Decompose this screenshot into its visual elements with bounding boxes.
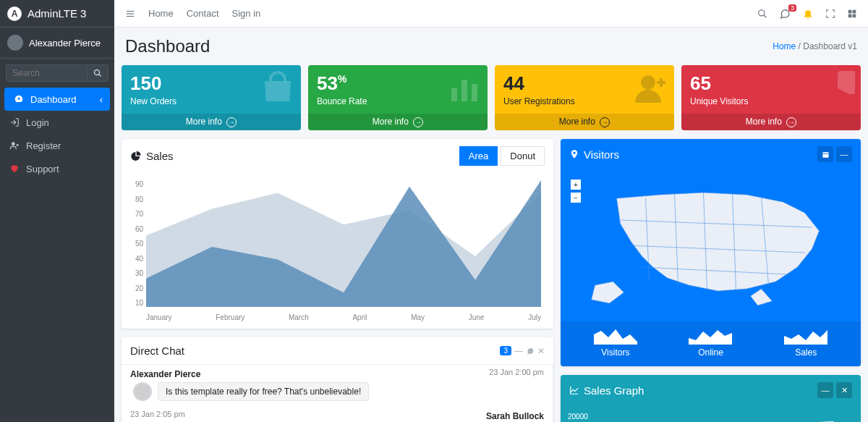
sparkline-visitors: Visitors	[594, 327, 637, 358]
bag-icon	[260, 71, 295, 106]
user-add-icon	[634, 71, 668, 106]
sparkline-online: Online	[689, 327, 732, 358]
svg-point-2	[12, 142, 15, 145]
user-panel[interactable]: Alexander Pierce	[0, 28, 114, 59]
arrow-right-icon: →	[413, 117, 423, 127]
gauge-icon	[13, 93, 25, 105]
chat-msg-text: Is this template really for free? That's…	[158, 382, 369, 401]
stat-more-link[interactable]: More info →	[495, 114, 674, 130]
topbar: Home Contact Sign in 3	[114, 0, 868, 28]
calendar-icon[interactable]	[817, 146, 833, 162]
y-tick: 20000	[568, 413, 854, 421]
breadcrumb: Home / Dashboard v1	[773, 41, 857, 51]
sidebar-item-label: Login	[26, 117, 49, 128]
topnav-contact[interactable]: Contact	[187, 8, 219, 19]
sidebar-item-support[interactable]: Support	[0, 157, 114, 180]
brand[interactable]: A AdminLTE 3	[0, 0, 114, 28]
sidebar-item-dashboard[interactable]: Dashboard ‹	[4, 88, 110, 111]
pie-chart-icon	[130, 151, 142, 162]
contacts-icon[interactable]	[526, 347, 535, 355]
sidebar-item-label: Dashboard	[30, 94, 77, 105]
stat-registrations: 44 User Registrations More info →	[495, 65, 674, 130]
svg-rect-12	[451, 88, 457, 101]
svg-rect-10	[848, 14, 852, 17]
fullscreen-icon[interactable]	[825, 9, 835, 19]
topbar-search-icon[interactable]	[757, 9, 767, 19]
stat-unique-visitors: 65 Unique Visitors More info →	[681, 65, 861, 130]
svg-line-1	[99, 75, 101, 77]
messages-icon[interactable]: 3	[779, 8, 791, 20]
sales-graph-title: Sales Graph	[584, 384, 644, 397]
sidebar-item-label: Register	[26, 140, 61, 151]
svg-rect-13	[461, 80, 467, 101]
close-icon[interactable]: ✕	[537, 346, 545, 356]
map-pin-icon	[569, 149, 579, 159]
sidebar-item-register[interactable]: Register	[0, 134, 114, 157]
grid-icon[interactable]	[847, 9, 857, 19]
visitors-card: Visitors — + −	[561, 139, 861, 366]
page-title: Dashboard	[125, 36, 210, 56]
brand-logo-icon: A	[7, 7, 22, 21]
sidebar-search	[0, 59, 114, 88]
visitors-title: Visitors	[584, 148, 619, 161]
chat-msg-name: Alexander Pierce	[130, 369, 200, 379]
avatar	[133, 382, 152, 401]
sidebar-item-login[interactable]: Login	[0, 111, 114, 134]
arrow-right-icon: →	[786, 117, 796, 127]
zoom-out-button[interactable]: −	[571, 193, 581, 203]
tab-area[interactable]: Area	[459, 146, 498, 166]
user-name: Alexander Pierce	[29, 38, 101, 48]
pie-icon	[820, 71, 855, 106]
topnav-home[interactable]: Home	[148, 8, 174, 19]
svg-rect-14	[472, 84, 477, 101]
bars-icon	[447, 71, 482, 106]
sidebar: A AdminLTE 3 Alexander Pierce Dashboard …	[0, 0, 114, 422]
collapse-icon[interactable]: —	[817, 382, 833, 398]
heart-icon	[9, 163, 20, 174]
svg-rect-16	[822, 152, 828, 157]
brand-text: AdminLTE 3	[27, 7, 86, 20]
stat-more-link[interactable]: More info →	[681, 114, 861, 130]
arrow-right-icon: →	[226, 117, 237, 127]
chat-msg-time: 23 Jan 2:00 pm	[489, 368, 544, 376]
chat-badge: 3	[500, 346, 511, 355]
stat-more-link[interactable]: More info →	[122, 114, 301, 130]
avatar	[7, 35, 23, 51]
stat-more-link[interactable]: More info →	[308, 114, 488, 130]
chat-title: Direct Chat	[130, 345, 184, 357]
collapse-icon[interactable]: —	[514, 346, 523, 356]
user-plus-icon	[9, 140, 20, 151]
svg-point-0	[95, 70, 100, 75]
collapse-icon[interactable]: —	[836, 146, 852, 162]
notifications-icon[interactable]	[802, 8, 814, 20]
svg-rect-8	[848, 9, 852, 13]
sales-title: Sales	[146, 150, 174, 162]
search-button[interactable]	[88, 64, 109, 82]
topnav-signin[interactable]: Sign in	[232, 8, 261, 19]
close-icon[interactable]: ✕	[836, 382, 852, 398]
search-input[interactable]	[6, 64, 88, 82]
svg-point-6	[759, 9, 765, 15]
usa-map[interactable]	[568, 177, 854, 314]
breadcrumb-home[interactable]: Home	[773, 41, 796, 51]
direct-chat-card: Direct Chat 3 — ✕ Alexander Pierce	[122, 337, 553, 422]
tab-donut[interactable]: Donut	[501, 146, 545, 166]
chevron-left-icon: ‹	[100, 94, 103, 105]
stat-bounce-rate: 53% Bounce Rate More info →	[308, 65, 488, 130]
zoom-in-button[interactable]: +	[571, 180, 581, 190]
menu-toggle-icon[interactable]	[125, 9, 135, 19]
svg-rect-11	[853, 14, 856, 17]
sales-graph-card: Sales Graph — ✕ 20000 15000	[561, 375, 861, 422]
sales-card: Sales Area Donut 908070605040302010	[122, 139, 553, 329]
signin-icon	[9, 117, 20, 128]
breadcrumb-current: Dashboard v1	[803, 41, 857, 51]
messages-badge: 3	[788, 4, 796, 12]
line-chart-icon	[569, 385, 579, 395]
sidebar-item-label: Support	[26, 164, 59, 174]
svg-line-7	[764, 14, 767, 17]
arrow-right-icon: →	[600, 117, 610, 127]
search-icon	[93, 69, 102, 77]
sales-chart: 908070605040302010 JanuaryFebruaryMarchA…	[130, 180, 545, 321]
svg-rect-9	[853, 9, 856, 13]
sparkline-sales: Sales	[784, 327, 827, 358]
